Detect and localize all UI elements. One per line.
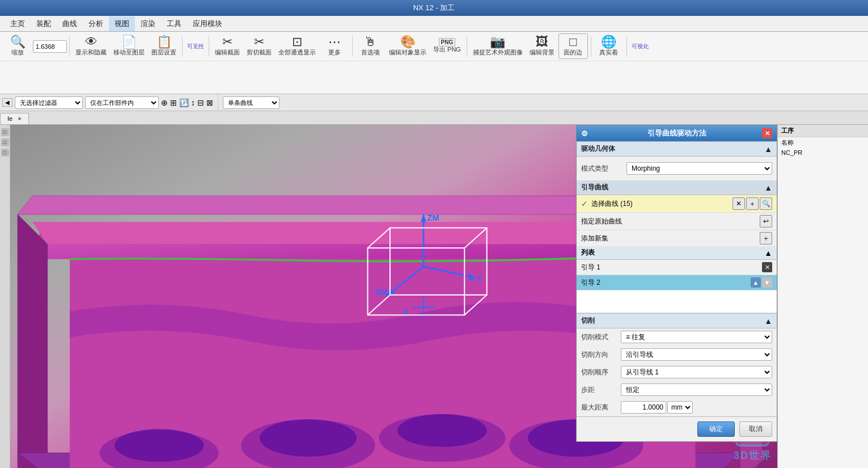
clip-section-btn[interactable]: ✂ 剪切截面	[244, 34, 274, 58]
toolbar2-btn-3[interactable]: 🔃	[179, 98, 189, 107]
toolbar: 🔍 缩放 👁 显示和隐藏 📄 移动至图层 📋 图层设置 可见性 ✂ 编辑截面 ✂	[0, 32, 868, 94]
drive-geometry-collapse-icon[interactable]: ▲	[764, 145, 772, 154]
edit-bg-icon: 🖼	[536, 36, 548, 48]
realistic-icon: 🌐	[601, 36, 616, 48]
toolbar2-btn-1[interactable]: ⊕	[161, 98, 168, 107]
check-icon: ✓	[581, 199, 588, 208]
list-item-1-delete-btn[interactable]: ✕	[762, 262, 772, 272]
sep8	[218, 92, 218, 113]
no-filter-select[interactable]: 无选择过滤器	[15, 96, 83, 109]
menu-view[interactable]: 视图	[109, 16, 135, 31]
zoom-icon: 🔍	[10, 36, 26, 48]
specify-original-btn[interactable]: ↩	[760, 215, 772, 227]
list-item-2-up-btn[interactable]: ▲	[751, 277, 761, 288]
cancel-button[interactable]: 取消	[739, 421, 772, 437]
menu-curve[interactable]: 曲线	[57, 16, 83, 31]
cut-direction-label: 切削方向	[581, 350, 621, 360]
cut-mode-row: 切削模式 ≡ 往复	[577, 328, 777, 346]
export-png-btn[interactable]: PNG 导出 PNG	[430, 37, 464, 56]
edit-bg-label: 编辑背景	[530, 48, 554, 57]
menu-assembly[interactable]: 装配	[31, 16, 57, 31]
zoom-value-input[interactable]	[33, 40, 67, 53]
list-collapse-icon[interactable]: ▲	[764, 248, 772, 258]
first-select-btn[interactable]: 🖱 首选项	[355, 34, 385, 58]
toolbar2-btn-4[interactable]: ↕	[191, 98, 195, 107]
menu-analysis[interactable]: 分析	[83, 16, 109, 31]
show-all-btn[interactable]: ⊡ 全部通透显示	[276, 34, 319, 58]
cut-section-header[interactable]: 切削 ▲	[577, 313, 777, 328]
ls-btn-2[interactable]: □	[1, 138, 9, 146]
cut-order-select[interactable]: 从引导线 1	[621, 366, 772, 378]
toolbar2-btn-2[interactable]: ⊞	[170, 98, 177, 107]
filter-selection-btn[interactable]: 🔍	[760, 197, 772, 210]
max-dist-unit-select[interactable]: mm	[667, 401, 693, 414]
cut-mode-select[interactable]: ≡ 往复	[621, 331, 772, 343]
edit-bg-btn[interactable]: 🖼 编辑背景	[527, 34, 557, 58]
drive-geometry-header[interactable]: 驱动几何体 ▲	[577, 141, 777, 157]
zoom-btn[interactable]: 🔍 缩放	[3, 34, 32, 58]
add-new-set-btn[interactable]: ＋	[760, 232, 772, 244]
sep5	[467, 36, 467, 57]
face-edge-label: 面的边	[564, 48, 582, 57]
work-part-select[interactable]: 仅在工作部件内	[85, 96, 159, 109]
list-item-1[interactable]: 引导 1 ✕	[577, 260, 777, 275]
list-item-2-down-btn[interactable]: ▼	[762, 277, 772, 288]
svg-point-11	[260, 419, 357, 457]
clear-selection-btn[interactable]: ✕	[732, 197, 745, 210]
add-selection-btn[interactable]: ＋	[746, 197, 759, 210]
ls-btn-1[interactable]: □	[1, 128, 9, 136]
left-sidebar: □ □ □	[0, 125, 10, 468]
capture-art-btn[interactable]: 📷 捕捉艺术外观图像	[470, 34, 526, 58]
mode-type-select[interactable]: Morphing	[626, 162, 772, 175]
cut-direction-select[interactable]: 沿引导线	[621, 348, 772, 361]
main-area: □ □ □	[0, 125, 868, 468]
toolbar2-btn-5[interactable]: ⊟	[197, 98, 204, 107]
select-curves-row: ✓ 选择曲线 (15) ✕ ＋ 🔍	[577, 195, 777, 213]
move-to-layer-btn[interactable]: 📄 移动至图层	[111, 34, 147, 58]
list-header[interactable]: 列表 ▲	[577, 246, 777, 260]
menu-tools[interactable]: 工具	[161, 16, 187, 31]
menu-home[interactable]: 主页	[5, 16, 31, 31]
toolbar2-btn-6[interactable]: ⊠	[206, 98, 213, 107]
right-sidebar: 工序 名称 NC_PR	[777, 125, 868, 468]
realistic-btn[interactable]: 🌐 真实着	[594, 34, 624, 58]
titlebar: NX 12 - 加工	[0, 0, 868, 16]
layer-settings-btn[interactable]: 📋 图层设置	[149, 34, 179, 58]
first-select-label: 首选项	[361, 48, 380, 57]
tab-main[interactable]: Ie ×	[0, 113, 29, 124]
tab-main-label: Ie	[7, 115, 12, 122]
show-hide-btn[interactable]: 👁 显示和隐藏	[73, 34, 109, 58]
visibility-label: 可见性	[185, 43, 206, 50]
single-curve-select[interactable]: 单条曲线	[223, 96, 280, 109]
dialog-close-btn[interactable]: ✕	[762, 128, 772, 138]
edit-section-label: 编辑截面	[215, 48, 240, 57]
title-text: NX 12 - 加工	[413, 3, 455, 13]
svg-point-13	[397, 414, 487, 447]
menu-modules[interactable]: 应用模块	[187, 16, 228, 31]
mode-type-label: 模式类型	[581, 164, 626, 174]
more-btn[interactable]: ⋯ 更多	[320, 34, 349, 58]
ok-button[interactable]: 确定	[697, 421, 735, 437]
mode-type-row: 模式类型 Morphing	[581, 162, 772, 175]
face-edge-btn[interactable]: □ 面的边	[558, 33, 588, 59]
tab-close-icon[interactable]: ×	[18, 115, 21, 122]
list-item-2[interactable]: 引导 2 ▲ ▼	[577, 275, 777, 290]
cut-collapse-icon[interactable]: ▲	[764, 317, 772, 326]
capture-art-label: 捕捉艺术外观图像	[473, 48, 523, 57]
dialog-panel: ⚙ 引导曲线驱动方法 ✕ 驱动几何体 ▲ 模式类型 Morphing	[576, 125, 777, 442]
guideline-header[interactable]: 引导曲线 ▲	[577, 180, 777, 195]
visualization-label: 可视化	[629, 43, 651, 50]
select-filter-arrow-left[interactable]: ◀	[2, 98, 12, 107]
dialog-title: 引导曲线驱动方法	[647, 128, 706, 138]
step-select[interactable]: 恒定	[621, 383, 772, 396]
ls-btn-3[interactable]: □	[1, 149, 9, 157]
step-row: 步距 恒定	[577, 381, 777, 399]
edit-display-btn[interactable]: 🎨 编辑对象显示	[386, 34, 429, 58]
menubar: 主页 装配 曲线 分析 视图 渲染 工具 应用模块	[0, 16, 868, 32]
menu-render[interactable]: 渲染	[135, 16, 161, 31]
show-all-label: 全部通透显示	[278, 48, 316, 57]
max-dist-input[interactable]	[621, 401, 666, 414]
specify-original-label: 指定原始曲线	[581, 217, 759, 226]
edit-section-btn[interactable]: ✂ 编辑截面	[212, 34, 243, 58]
guideline-collapse-icon[interactable]: ▲	[764, 183, 772, 192]
